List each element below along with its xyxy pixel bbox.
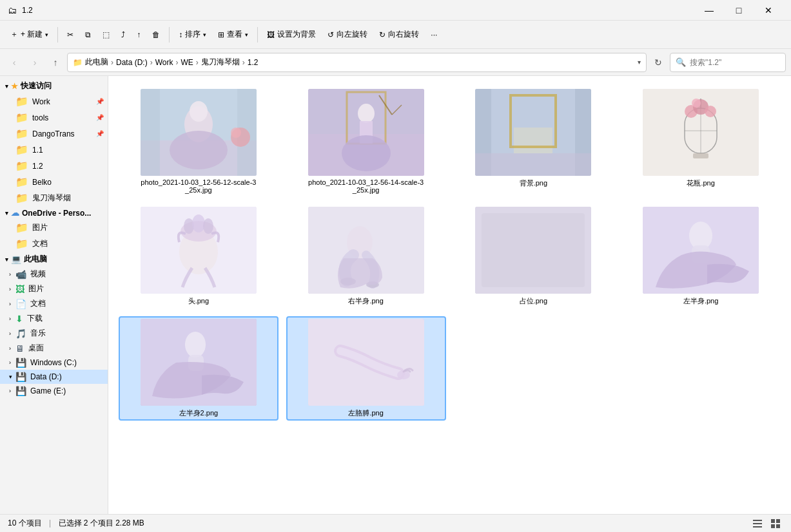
sidebar-item-label: 1.1: [32, 146, 43, 155]
file-item-selected[interactable]: 左半身2.png: [119, 316, 278, 421]
path-item-we[interactable]: WE: [181, 58, 193, 67]
path-item-pc[interactable]: 此电脑: [85, 57, 108, 68]
expand-arrow: ›: [9, 301, 11, 307]
onedrive-header[interactable]: ▾ ☁ OneDrive - Perso...: [0, 206, 108, 220]
status-bar: 10 个项目 | 已选择 2 个项目 2.28 MB: [0, 514, 791, 532]
close-button[interactable]: ✕: [754, 0, 783, 21]
separator3: [257, 27, 258, 43]
shortcut-button[interactable]: ⤴: [116, 28, 130, 42]
file-item-selected[interactable]: 左胳膊.png: [286, 316, 446, 421]
sidebar-item-ghost[interactable]: 📁 鬼刀海琴烟: [0, 190, 108, 206]
address-path[interactable]: 📁 此电脑 › Data (D:) › Work › WE › 鬼刀海琴烟 › …: [67, 53, 647, 72]
sidebar-item-label: Work: [32, 97, 50, 106]
sidebar-item-label: 图片: [28, 283, 44, 294]
file-item[interactable]: photo_2021-10-03_12-56-12-scale-3_25x.jp…: [119, 86, 278, 196]
sidebar-item-drive-c[interactable]: › 💾 Windows (C:): [0, 356, 108, 370]
search-input[interactable]: [690, 58, 780, 67]
file-thumbnail: [475, 207, 591, 294]
drive-icon: 💾: [15, 372, 26, 382]
refresh-button[interactable]: ↻: [649, 53, 667, 71]
this-pc-header[interactable]: ▾ 💻 此电脑: [0, 252, 108, 267]
view-button[interactable]: ⊞ 查看 ▾: [213, 26, 253, 43]
minimize-button[interactable]: —: [694, 0, 724, 21]
file-thumbnail: [141, 207, 257, 294]
svg-rect-44: [482, 213, 585, 287]
expand-arrow: ›: [9, 330, 11, 337]
svg-point-49: [185, 332, 206, 357]
file-item[interactable]: photo_2021-10-03_12-56-14-scale-3_25x.jp…: [286, 86, 446, 196]
sidebar-item-11[interactable]: 📁 1.1: [0, 142, 108, 158]
folder-icon: 📁: [15, 111, 28, 124]
copy-icon: ⧉: [85, 30, 91, 39]
sidebar-item-label: Data (D:): [30, 372, 62, 381]
new-button[interactable]: ＋ + 新建 ▾: [5, 26, 54, 43]
svg-rect-56: [771, 519, 775, 523]
delete-button[interactable]: 🗑: [147, 28, 165, 42]
svg-rect-53: [753, 520, 762, 521]
file-item[interactable]: 右半身.png: [286, 204, 446, 309]
file-item[interactable]: 花瓶.png: [621, 86, 781, 196]
onedrive-icon: ☁: [11, 208, 19, 218]
share-button[interactable]: ↑: [132, 28, 146, 42]
path-dropdown-arrow[interactable]: ▾: [638, 59, 641, 66]
file-thumbnail: [308, 207, 424, 294]
desktop-icon: 🖥: [15, 343, 24, 354]
forward-button[interactable]: ›: [26, 53, 44, 71]
file-thumbnail: [141, 319, 257, 406]
sort-button[interactable]: ↕ 排序 ▾: [173, 26, 211, 43]
path-item-d[interactable]: Data (D:): [116, 58, 148, 67]
plus-icon: ＋: [10, 29, 18, 40]
sidebar-item-12[interactable]: 📁 1.2: [0, 158, 108, 174]
path-item-work[interactable]: Work: [155, 58, 173, 67]
sidebar-item-belko[interactable]: 📁 Belko: [0, 174, 108, 190]
grid-view-button[interactable]: [768, 516, 783, 531]
copy-button[interactable]: ⧉: [80, 28, 96, 42]
grid-view-icon: [770, 518, 781, 529]
sidebar-item-drive-e[interactable]: › 💾 Game (E:): [0, 384, 108, 398]
sidebar-item-videos[interactable]: › 📹 视频: [0, 267, 108, 281]
sidebar-item-pictures-od[interactable]: 📁 图片: [0, 220, 108, 236]
path-folder-icon: 📁: [73, 58, 83, 67]
sidebar-item-label: Windows (C:): [30, 358, 77, 367]
svg-point-30: [705, 106, 716, 117]
sidebar-item-downloads[interactable]: › ⬇ 下载: [0, 311, 108, 326]
path-item-current[interactable]: 1.2: [248, 58, 259, 67]
paste-button[interactable]: ⬚: [97, 28, 115, 42]
maximize-button[interactable]: □: [724, 0, 754, 21]
list-view-button[interactable]: [750, 516, 765, 531]
rotate-left-button[interactable]: ↺ 向左旋转: [322, 26, 373, 43]
sidebar-item-dangotrans[interactable]: 📁 DangoTrans 📌: [0, 126, 108, 142]
back-button[interactable]: ‹: [5, 53, 23, 71]
cut-button[interactable]: ✂: [62, 28, 79, 42]
set-bg-button[interactable]: 🖼 设置为背景: [262, 26, 321, 43]
address-bar: ‹ › ↑ 📁 此电脑 › Data (D:) › Work › WE › 鬼刀…: [0, 49, 791, 76]
drive-icon: 💾: [15, 357, 26, 368]
sidebar-item-desktop[interactable]: › 🖥 桌面: [0, 341, 108, 356]
sidebar-item-images[interactable]: › 🖼 图片: [0, 281, 108, 296]
sidebar-item-docs-od[interactable]: 📁 文档: [0, 236, 108, 252]
search-box[interactable]: 🔍: [670, 53, 786, 72]
sidebar-item-drive-d[interactable]: ▾ 💾 Data (D:): [0, 370, 108, 384]
file-item[interactable]: 背景.png: [454, 86, 614, 196]
this-pc-icon: 💻: [11, 254, 21, 264]
music-icon: 🎵: [15, 328, 26, 339]
up-button[interactable]: ↑: [46, 53, 64, 71]
file-item[interactable]: 头.png: [119, 204, 278, 309]
sort-icon: ↕: [179, 30, 182, 39]
file-name: 占位.png: [520, 296, 547, 306]
sidebar-item-label: tools: [32, 113, 48, 122]
sidebar-item-docs[interactable]: › 📄 文档: [0, 296, 108, 311]
file-thumbnail: [475, 89, 591, 176]
file-item[interactable]: 左半身.png: [621, 204, 781, 309]
download-icon: ⬇: [15, 314, 23, 324]
path-item-folder[interactable]: 鬼刀海琴烟: [201, 57, 240, 68]
sidebar-item-label: 视频: [30, 269, 46, 280]
file-item[interactable]: 占位.png: [454, 204, 614, 309]
rotate-right-button[interactable]: ↻ 向右旋转: [374, 26, 424, 43]
sidebar-item-tools[interactable]: 📁 tools 📌: [0, 109, 108, 126]
more-button[interactable]: ···: [425, 28, 442, 42]
quick-access-header[interactable]: ▾ ★ 快速访问: [0, 79, 108, 93]
file-name: 左胳膊.png: [348, 408, 383, 418]
sidebar-item-work[interactable]: 📁 Work 📌: [0, 93, 108, 109]
sidebar-item-music[interactable]: › 🎵 音乐: [0, 326, 108, 341]
